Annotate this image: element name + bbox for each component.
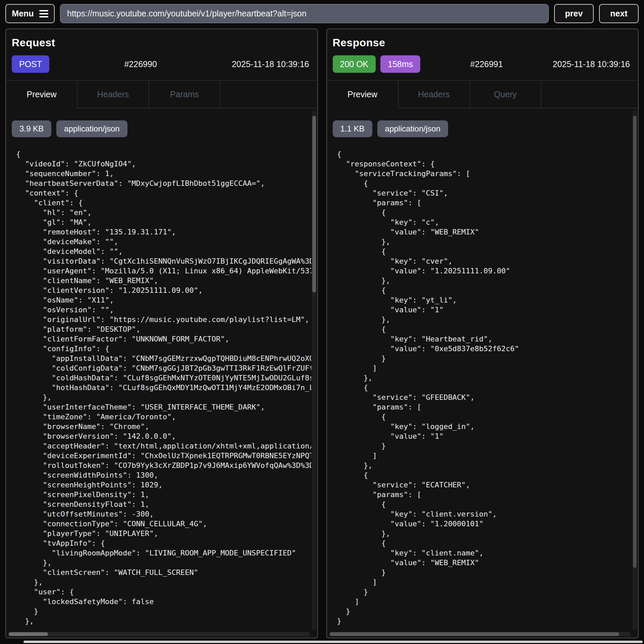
response-title: Response [333, 36, 632, 49]
page-horizontal-scrollbar[interactable] [23, 641, 643, 643]
response-horizontal-scrollbar[interactable] [329, 632, 631, 636]
tab-request-headers[interactable]: Headers [77, 80, 149, 108]
tab-request-preview[interactable]: Preview [6, 80, 77, 108]
hamburger-icon [39, 10, 48, 17]
response-id: #226991 [470, 59, 503, 69]
response-tabs: Preview Headers Query [327, 80, 638, 108]
response-meta-row: 200 OK 158ms #226991 2025-11-18 10:39:16 [333, 55, 632, 73]
response-horizontal-scrollbar-thumb[interactable] [330, 632, 620, 636]
request-vertical-scrollbar-thumb[interactable] [312, 116, 316, 292]
response-body: 1.1 KB application/json { "responseConte… [327, 108, 638, 638]
response-vertical-scrollbar-thumb[interactable] [633, 116, 637, 568]
panels-container: Request POST #226990 2025-11-18 10:39:16… [5, 29, 639, 638]
request-meta-row: POST #226990 2025-11-18 10:39:16 [12, 55, 311, 73]
prev-button[interactable]: prev [554, 4, 594, 23]
response-timestamp: 2025-11-18 10:39:16 [553, 59, 632, 69]
response-vertical-scrollbar[interactable] [633, 110, 637, 630]
response-panel: Response 200 OK 158ms #226991 2025-11-18… [326, 29, 639, 638]
tab-request-params[interactable]: Params [149, 80, 220, 108]
request-vertical-scrollbar[interactable] [312, 110, 316, 630]
request-body-badges: 3.9 KB application/json [12, 120, 311, 137]
request-horizontal-scrollbar[interactable] [8, 632, 310, 636]
response-body-badges: 1.1 KB application/json [333, 120, 632, 137]
tab-response-query[interactable]: Query [470, 80, 541, 108]
request-tabs: Preview Headers Params [6, 80, 317, 108]
response-size-badge: 1.1 KB [333, 120, 372, 137]
request-timestamp: 2025-11-18 10:39:16 [232, 59, 311, 69]
method-badge: POST [12, 55, 49, 73]
request-id: #226990 [124, 59, 157, 69]
request-header: Request POST #226990 2025-11-18 10:39:16 [6, 29, 317, 73]
menu-button[interactable]: Menu [5, 4, 55, 23]
response-header: Response 200 OK 158ms #226991 2025-11-18… [327, 29, 638, 73]
request-panel: Request POST #226990 2025-11-18 10:39:16… [5, 29, 318, 638]
menu-button-label: Menu [12, 9, 34, 18]
request-title: Request [12, 36, 311, 49]
response-content-type-badge: application/json [377, 120, 448, 137]
request-content-type-badge: application/json [56, 120, 127, 137]
tab-response-preview[interactable]: Preview [327, 80, 398, 108]
response-json-body: { "responseContext": { "serviceTrackingP… [333, 149, 632, 626]
request-size-badge: 3.9 KB [12, 120, 51, 137]
status-badge: 200 OK [333, 55, 376, 73]
toolbar: Menu prev next [5, 4, 639, 23]
tab-response-headers[interactable]: Headers [398, 80, 470, 108]
duration-badge: 158ms [380, 55, 420, 73]
url-input[interactable] [60, 4, 549, 23]
request-body: 3.9 KB application/json { "videoId": "Zk… [6, 108, 317, 638]
request-json-body: { "videoId": "ZkCUfoNgIO4", "sequenceNum… [12, 149, 311, 626]
next-button[interactable]: next [599, 4, 639, 23]
request-horizontal-scrollbar-thumb[interactable] [9, 632, 48, 636]
request-tabs-spacer [220, 80, 317, 108]
response-tabs-spacer [541, 80, 638, 108]
